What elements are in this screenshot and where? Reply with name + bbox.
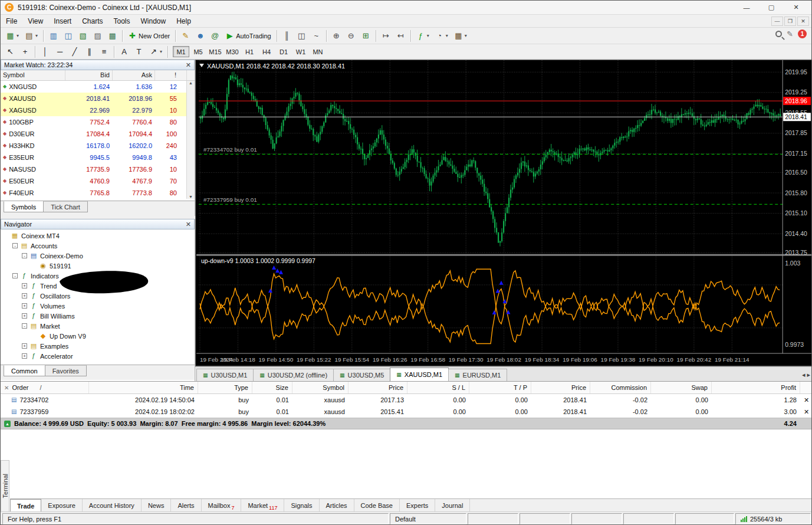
candlestick-mode-button[interactable]: ◫: [294, 29, 309, 42]
pane-splitter[interactable]: [196, 254, 811, 256]
line-chart-mode-button[interactable]: ~: [309, 29, 324, 42]
auto-scroll-button[interactable]: ↦: [379, 29, 393, 42]
tree-item-up-down-v9[interactable]: ◆Up Down V9: [1, 331, 195, 341]
market-watch-row[interactable]: ◆100GBP7752.47760.480: [1, 116, 195, 128]
templates-button[interactable]: ▦▾: [451, 29, 470, 42]
market-watch-row[interactable]: ◆E35EUR9945.59949.843: [1, 152, 195, 163]
new-order-button[interactable]: ✚New Order: [125, 29, 173, 42]
zoom-out-button[interactable]: ⊖: [344, 29, 359, 42]
scroll-left-icon[interactable]: ◂: [802, 371, 806, 379]
menu-help[interactable]: Help: [171, 15, 196, 27]
terminal-tab-signals[interactable]: Signals: [284, 499, 319, 512]
expand-icon[interactable]: +: [22, 343, 27, 349]
market-watch-row[interactable]: ◆XNGUSD1.6241.63612: [1, 81, 195, 93]
timeframe-w1[interactable]: W1: [292, 46, 309, 57]
order-row[interactable]: ▤723379592024.02.19 18:02:02buy0.01xauus…: [1, 406, 812, 418]
chart-tab-u30usd-m2-offline-[interactable]: ▦U30USD,M2 (offline): [253, 369, 334, 381]
minimize-button[interactable]: —: [734, 1, 759, 14]
collapse-icon[interactable]: -: [12, 243, 18, 248]
terminal-tab-articles[interactable]: Articles: [320, 499, 354, 512]
terminal-tab-mailbox[interactable]: Mailbox7: [202, 499, 242, 512]
chart-tab-u30usd-m5[interactable]: ▦U30USD,M5: [333, 369, 390, 381]
terminal-tab-news[interactable]: News: [142, 499, 172, 512]
menu-view[interactable]: View: [22, 15, 48, 27]
tab-common[interactable]: Common: [4, 365, 45, 376]
tab-favorites[interactable]: Favorites: [45, 365, 87, 376]
menu-tools[interactable]: Tools: [109, 15, 136, 27]
tree-item-examples[interactable]: +▤Examples: [1, 341, 195, 351]
collapse-icon[interactable]: -: [12, 273, 18, 278]
tree-item-indicators[interactable]: -ƒIndicators: [1, 271, 195, 281]
timeframe-mn[interactable]: MN: [310, 46, 326, 57]
tile-windows-button[interactable]: ⊞: [359, 29, 373, 42]
timeframe-m30[interactable]: M30: [224, 46, 241, 57]
market-watch-button[interactable]: ▥: [46, 29, 61, 42]
vertical-line-button[interactable]: │: [38, 45, 52, 58]
tree-item-coinexx-demo[interactable]: -▤Coinexx-Demo: [1, 251, 195, 261]
timeframe-d1[interactable]: D1: [275, 46, 292, 57]
arrows-button[interactable]: ↗▾: [146, 45, 165, 58]
terminal-side-tab[interactable]: Terminal: [1, 460, 9, 512]
autotrading-button[interactable]: ▶AutoTrading: [222, 29, 274, 42]
trendline-button[interactable]: ╱: [67, 45, 82, 58]
time-axis[interactable]: 19 Feb 202419 Feb 14:1819 Feb 14:5019 Fe…: [200, 356, 749, 363]
expand-icon[interactable]: +: [22, 293, 27, 298]
strategy-tester-button[interactable]: ▩: [105, 29, 120, 42]
chart-restore-button[interactable]: ❐: [784, 17, 796, 26]
horizontal-line-button[interactable]: ─: [52, 45, 67, 58]
timeframe-h4[interactable]: H4: [258, 46, 275, 57]
maximize-button[interactable]: ▢: [759, 1, 784, 14]
scroll-up-icon[interactable]: ▲: [189, 81, 193, 85]
notification-badge[interactable]: 1: [798, 29, 807, 38]
text-button[interactable]: A: [117, 45, 132, 58]
scroll-right-icon[interactable]: ▸: [807, 371, 810, 379]
terminal-tab-account-history[interactable]: Account History: [83, 499, 142, 512]
timeframe-h1[interactable]: H1: [241, 46, 258, 57]
metaeditor-button[interactable]: ✎: [178, 29, 193, 42]
close-button[interactable]: ✕: [784, 1, 808, 14]
profiles-button[interactable]: ▤▾: [22, 29, 41, 42]
price-chart[interactable]: #72334702 buy 0.01#72337959 buy 0.012019…: [195, 60, 812, 366]
chart-close-button[interactable]: ✕: [797, 17, 809, 26]
navigator-close-icon[interactable]: ✕: [186, 221, 191, 228]
channel-button[interactable]: ∥: [82, 45, 97, 58]
tree-item-coinexx-mt4[interactable]: ▦Coinexx MT4: [1, 231, 195, 241]
terminal-tab-exposure[interactable]: Exposure: [41, 499, 82, 512]
menu-charts[interactable]: Charts: [77, 15, 108, 27]
data-window-button[interactable]: ◫: [61, 29, 75, 42]
terminal-button[interactable]: ▨: [90, 29, 105, 42]
chart-shift-button[interactable]: ↤: [393, 29, 408, 42]
collapse-icon[interactable]: -: [22, 253, 27, 258]
market-watch-row[interactable]: ◆XAUUSD2018.412018.9655: [1, 93, 195, 104]
market-watch-row[interactable]: ◆NASUSD17735.917736.910: [1, 163, 195, 175]
expand-icon[interactable]: +: [22, 313, 27, 319]
tree-item-oscillators[interactable]: +ƒOscillators: [1, 291, 195, 301]
tree-item-accelerator[interactable]: +ƒAccelerator: [1, 351, 195, 361]
community-button[interactable]: ☻: [193, 29, 208, 42]
text-label-button[interactable]: T: [132, 45, 146, 58]
market-watch-row[interactable]: ◆XAGUSD22.96922.97910: [1, 104, 195, 116]
periods-button[interactable]: ◔▾: [432, 29, 451, 42]
alerts-pencil-icon[interactable]: ✎: [787, 29, 793, 38]
timeframe-m1[interactable]: M1: [173, 46, 189, 57]
bar-chart-mode-button[interactable]: ║: [280, 29, 294, 42]
terminal-tab-market[interactable]: Market117: [241, 499, 284, 512]
close-position-button[interactable]: ✕: [800, 396, 812, 404]
order-row[interactable]: ▤723347022024.02.19 14:50:04buy0.01xauus…: [1, 394, 812, 406]
tree-item-market[interactable]: -▤Market: [1, 321, 195, 331]
menu-insert[interactable]: Insert: [48, 15, 77, 27]
chart-tab-xauusd-m1[interactable]: ▦XAUUSD,M1: [390, 368, 449, 381]
market-watch-row[interactable]: ◆F40EUR7765.87773.880: [1, 187, 195, 199]
market-watch-row[interactable]: ◆D30EUR17084.417094.4100: [1, 128, 195, 140]
terminal-tab-trade[interactable]: Trade: [10, 499, 41, 512]
terminal-tab-experts[interactable]: Experts: [400, 499, 435, 512]
expand-icon[interactable]: +: [22, 283, 27, 288]
chart-tab-eurusd-m1[interactable]: ▦EURUSD,M1: [448, 369, 507, 381]
expand-icon[interactable]: +: [22, 303, 27, 309]
menu-file[interactable]: File: [1, 15, 22, 27]
web-button[interactable]: @: [208, 29, 222, 42]
tab-tick-chart[interactable]: Tick Chart: [43, 201, 88, 212]
close-position-button[interactable]: ✕: [800, 408, 812, 416]
tree-item-519191[interactable]: ◉519191: [1, 261, 195, 271]
collapse-icon[interactable]: -: [22, 323, 27, 329]
